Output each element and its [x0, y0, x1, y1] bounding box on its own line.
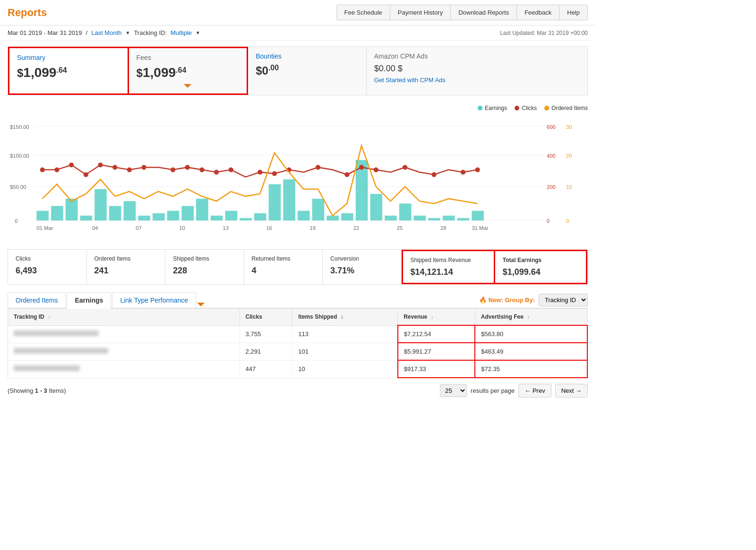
payment-history-btn[interactable]: Payment History	[390, 5, 451, 20]
pagination-info: (Showing 1 - 3 Items)	[8, 387, 66, 394]
stat-shipped-items-value: 228	[173, 266, 236, 276]
tab-bar: Ordered Items Earnings Link Type Perform…	[8, 292, 588, 309]
fee-schedule-btn[interactable]: Fee Schedule	[336, 5, 390, 20]
col-revenue: Revenue ↓	[398, 309, 475, 325]
chart-svg: $150.00 $100.00 $50.00 0 600 400 200 0 3…	[8, 117, 588, 242]
tracking-label: Tracking ID:	[134, 29, 167, 36]
svg-rect-36	[326, 216, 339, 220]
top-nav: Reports Fee Schedule Payment History Dow…	[0, 0, 595, 25]
svg-rect-20	[94, 189, 107, 220]
sort-arrow-items-shipped[interactable]: ↓	[341, 313, 344, 320]
cpm-section: Amazon CPM Ads $0.00 $ Get Started with …	[367, 47, 587, 95]
svg-point-54	[141, 165, 146, 169]
ordered-items-label: Ordered Items	[551, 105, 588, 111]
svg-point-49	[69, 162, 74, 167]
legend-earnings: Earnings	[478, 105, 507, 111]
svg-point-64	[344, 172, 349, 177]
cpm-amount: $0.00 $	[374, 64, 580, 74]
sort-arrow-tracking-id[interactable]: ↓	[48, 313, 51, 320]
download-reports-btn[interactable]: Download Reports	[451, 5, 517, 20]
feedback-btn[interactable]: Feedback	[517, 5, 559, 20]
svg-point-70	[475, 167, 480, 172]
summary-tab[interactable]: Summary $1,099.64	[8, 47, 129, 95]
stat-returned-items: Returned Items 4	[244, 250, 323, 284]
blurred-id-2	[14, 348, 108, 354]
page-title: Reports	[8, 7, 47, 19]
stat-shipped-items-label: Shipped Items	[173, 255, 236, 262]
col-advertising-fee: Advertising Fee ↓	[475, 309, 587, 325]
group-by-section: 🔥 New: Group By: Tracking ID Link Type	[479, 294, 588, 306]
svg-point-55	[171, 167, 175, 172]
group-by-select[interactable]: Tracking ID Link Type	[539, 294, 588, 306]
svg-point-61	[272, 171, 277, 176]
svg-point-48	[54, 167, 59, 172]
next-button[interactable]: Next →	[555, 384, 588, 398]
last-month-link[interactable]: Last Month	[91, 29, 121, 36]
per-page-select[interactable]: 25 50 100	[440, 384, 467, 397]
table-row: 3,755 113 $7,212.54 $563.80	[8, 325, 588, 343]
sort-arrow-advertising-fee[interactable]: ↓	[527, 313, 530, 320]
blurred-id-1	[14, 330, 99, 336]
cell-items-shipped-3: 10	[292, 360, 398, 378]
svg-text:$150.00: $150.00	[10, 124, 29, 130]
stat-ordered-items-label: Ordered Items	[94, 255, 158, 262]
fees-tab-label: Fees	[137, 54, 240, 61]
svg-rect-40	[385, 216, 397, 220]
svg-rect-37	[341, 213, 353, 220]
svg-rect-39	[370, 194, 383, 220]
svg-rect-19	[80, 216, 93, 220]
stat-total-earnings: Total Earnings $1,099.64	[495, 250, 587, 284]
stat-shipped-revenue: Shipped Items Revenue $14,121.14	[402, 250, 495, 284]
tab-earnings[interactable]: Earnings	[67, 292, 111, 309]
stats-row: Clicks 6,493 Ordered Items 241 Shipped I…	[8, 249, 588, 285]
bounties-tab-label: Bounties	[256, 52, 359, 60]
tab-ordered-items[interactable]: Ordered Items	[8, 292, 66, 308]
date-range-section: Mar 01 2019 - Mar 31 2019 / Last Month ▼…	[8, 29, 200, 36]
sort-arrow-revenue[interactable]: ↓	[431, 313, 434, 320]
svg-rect-30	[240, 218, 252, 220]
svg-rect-31	[254, 213, 266, 220]
date-bar: Mar 01 2019 - Mar 31 2019 / Last Month ▼…	[0, 25, 595, 41]
svg-rect-18	[66, 199, 78, 220]
cell-ad-fee-1: $563.80	[475, 325, 587, 343]
svg-text:19: 19	[310, 225, 316, 231]
earnings-table: Tracking ID ↓ Clicks Items Shipped ↓ Rev…	[8, 309, 588, 378]
tracking-dropdown-arrow[interactable]: ▼	[196, 30, 200, 35]
col-items-shipped: Items Shipped ↓	[292, 309, 398, 325]
earnings-label: Earnings	[485, 105, 507, 111]
stat-total-earnings-label: Total Earnings	[503, 257, 578, 263]
tracking-id-link[interactable]: Multiple	[171, 29, 192, 36]
pagination-row: (Showing 1 - 3 Items) 25 50 100 results …	[8, 378, 588, 403]
col-tracking-id: Tracking ID ↓	[8, 309, 240, 325]
summary-tab-amount: $1,099.64	[17, 65, 120, 80]
prev-button[interactable]: ← Prev	[518, 384, 551, 398]
svg-text:0: 0	[15, 218, 17, 224]
svg-rect-44	[443, 216, 455, 220]
results-per-page-label: results per page	[471, 387, 515, 394]
stat-returned-items-label: Returned Items	[252, 255, 315, 262]
chart-container: $150.00 $100.00 $50.00 0 600 400 200 0 3…	[0, 113, 595, 245]
svg-point-63	[316, 165, 320, 169]
summary-tab-label: Summary	[17, 54, 120, 61]
date-dropdown-arrow[interactable]: ▼	[126, 30, 130, 35]
svg-rect-22	[124, 201, 136, 220]
clicks-label: Clicks	[522, 105, 537, 111]
svg-rect-35	[312, 199, 325, 220]
cell-tracking-id-1	[8, 325, 240, 343]
svg-text:400: 400	[547, 153, 556, 159]
svg-rect-17	[51, 206, 63, 220]
svg-rect-33	[283, 179, 295, 220]
stat-clicks: Clicks 6,493	[8, 250, 87, 284]
cell-clicks-1: 3,755	[240, 325, 292, 343]
tab-link-type-performance[interactable]: Link Type Performance	[112, 292, 196, 308]
cell-ad-fee-2: $463.49	[475, 343, 587, 360]
cell-revenue-1: $7,212.54	[398, 325, 475, 343]
svg-rect-42	[414, 216, 426, 220]
bounties-tab[interactable]: Bounties $0.00	[248, 47, 367, 95]
fees-tab[interactable]: Fees $1,099.64	[129, 47, 249, 95]
fees-tab-amount: $1,099.64	[137, 65, 240, 80]
stat-conversion-value: 3.71%	[330, 266, 394, 276]
cpm-link[interactable]: Get Started with CPM Ads	[374, 76, 446, 84]
svg-point-47	[40, 167, 45, 172]
help-btn[interactable]: Help	[559, 5, 588, 20]
